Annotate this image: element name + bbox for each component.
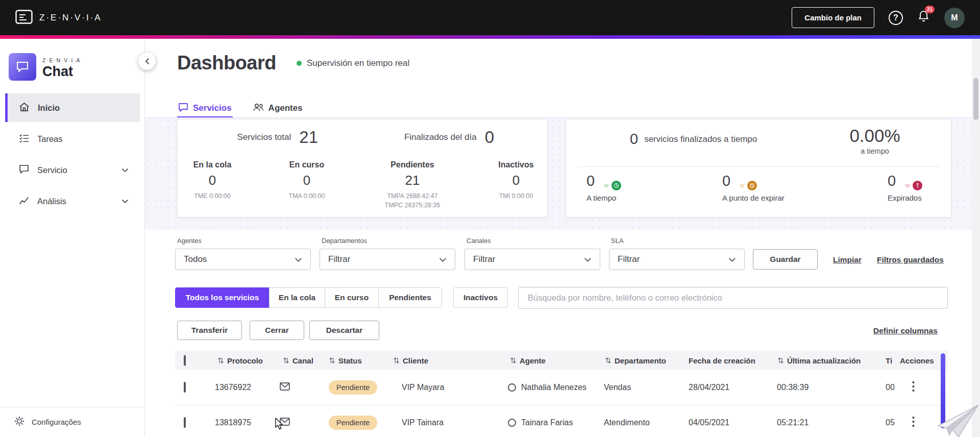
select-all-checkbox[interactable]	[184, 355, 186, 366]
col-header-ultima-actualizacion[interactable]: Última actualización	[778, 356, 861, 365]
agent-status-ring-icon	[508, 419, 516, 427]
col-header-acciones: Acciones	[900, 356, 934, 365]
col-header-label: Agente	[520, 356, 546, 365]
stat-value: 0	[289, 173, 325, 188]
select-value: Todos	[184, 254, 207, 264]
tab-en-curso[interactable]: En curso	[325, 287, 379, 308]
row-checkbox[interactable]	[184, 417, 186, 428]
search-input[interactable]	[518, 287, 948, 309]
finished-today-label: Finalizados del día	[404, 132, 477, 142]
status-badge: Pendiente	[329, 416, 377, 430]
card-divider	[577, 166, 940, 167]
people-icon	[253, 103, 264, 114]
sidebar-item-tareas[interactable]: Tareas	[5, 125, 140, 153]
zenvia-logo: Z·E·N·V·I·A	[15, 10, 102, 26]
channels-filter-select[interactable]: Filtrar	[464, 249, 600, 270]
tab-pendientes[interactable]: Pendientes	[378, 287, 442, 308]
page-scrollbar[interactable]	[972, 39, 980, 437]
col-header-cliente[interactable]: Cliente	[394, 356, 428, 365]
row-actions-kebab-icon[interactable]	[908, 415, 919, 431]
stat-value: 0	[193, 173, 232, 188]
agents-filter-select[interactable]: Todos	[175, 249, 311, 270]
clear-filters-link[interactable]: Limpiar	[833, 255, 862, 264]
sla-filter-select[interactable]: Filtrar	[609, 249, 745, 270]
sidebar-collapse-button[interactable]	[138, 53, 156, 70]
sidebar-item-label: Análisis	[37, 197, 66, 206]
help-icon[interactable]: ?	[889, 11, 903, 25]
finished-on-time: 0 servicios finalizados a tiempo	[630, 131, 757, 148]
stat-sub: TMPA 2688:42:47 TMPC 26375:28:35	[385, 191, 440, 210]
departments-filter-label: Departamentos	[322, 237, 367, 245]
cell-created: 04/05/2021	[689, 418, 729, 427]
page-scrollbar-thumb[interactable]	[973, 78, 978, 120]
change-plan-button[interactable]: Cambio de plan	[792, 7, 874, 28]
define-columns-link[interactable]: Definir columnas	[873, 326, 938, 335]
col-header-fecha-creacion[interactable]: Fecha de creación	[689, 356, 755, 365]
cell-created: 28/04/2021	[689, 383, 729, 392]
col-header-status[interactable]: Status	[329, 356, 362, 365]
chat-bubble-icon	[178, 103, 188, 114]
gear-icon	[14, 416, 24, 428]
chevron-down-icon	[121, 199, 129, 203]
tasks-icon	[19, 134, 29, 144]
col-header-label: Departamento	[615, 356, 666, 365]
cell-protocol: 13818975	[215, 418, 251, 427]
tab-agentes[interactable]: Agentes	[252, 99, 304, 117]
zenvia-logo-icon	[15, 10, 33, 26]
sidebar-item-inicio[interactable]: Inicio	[5, 93, 140, 122]
notification-count-badge: 21	[925, 6, 935, 13]
select-value: Filtrar	[328, 254, 350, 264]
on-time-percent: 0.00% a tiempo	[842, 126, 908, 155]
sidebar: Z·E·N·V·I·A Chat Inicio Tareas Servicio	[0, 39, 145, 437]
live-status-dot	[297, 61, 302, 66]
stat-label: En la cola	[193, 160, 232, 169]
services-total: Servicios total 21	[206, 128, 318, 147]
saved-filters-link[interactable]: Filtros guardados	[877, 255, 944, 264]
tab-en-la-cola[interactable]: En la cola	[269, 287, 325, 308]
sort-icon	[218, 357, 224, 364]
sidebar-footer-divider	[0, 407, 144, 407]
col-header-protocolo[interactable]: Protocolo	[218, 356, 263, 365]
services-summary-card: Servicios total 21 Finalizados del día 0…	[177, 119, 548, 217]
services-total-value: 21	[299, 128, 318, 147]
col-header-tiempo[interactable]: Ti	[886, 356, 892, 365]
live-status-label: Supervisión en tiempo real	[307, 58, 409, 68]
table-header-row: Protocolo Canal Status Cliente Agente	[175, 351, 948, 370]
col-header-agente[interactable]: Agente	[510, 356, 546, 365]
sidebar-item-analisis[interactable]: Análisis	[5, 187, 140, 215]
col-header-label: Status	[338, 356, 362, 365]
dashboard-tabs: Servicios Agentes	[177, 99, 304, 117]
sidebar-item-servicio[interactable]: Servicio	[5, 156, 140, 184]
agent-name: Nathalia Menezes	[521, 383, 586, 392]
cell-department: Atendimento	[604, 418, 650, 427]
departments-filter-select[interactable]: Filtrar	[320, 249, 455, 270]
sort-icon	[510, 357, 516, 364]
product-logo: Z·E·N·V·I·A Chat	[9, 53, 81, 81]
col-header-canal[interactable]: Canal	[283, 356, 313, 365]
tab-servicios[interactable]: Servicios	[177, 99, 233, 117]
sort-icon	[394, 357, 399, 364]
table-row[interactable]: 13676922 Pendiente VIP Mayara Nathalia M…	[175, 370, 948, 405]
transfer-button[interactable]: Transferir	[177, 321, 242, 340]
services-total-label: Servicios total	[237, 132, 291, 142]
save-filters-button[interactable]: Guardar	[753, 249, 818, 270]
notifications-bell-icon[interactable]: 21	[917, 10, 930, 26]
close-button[interactable]: Cerrar	[250, 321, 304, 340]
email-icon	[280, 382, 290, 393]
tab-inactivos[interactable]: Inactivos	[453, 287, 508, 308]
percent-value: 0.00%	[842, 126, 908, 146]
stat-value: 0	[498, 173, 533, 188]
stat-column-inactivos: Inactivos 0 TMI 0:00:00	[498, 160, 533, 201]
service-status-tabs: Todos los servicios En la cola En curso …	[175, 287, 442, 308]
discard-button[interactable]: Descartar	[309, 321, 379, 340]
cell-client: VIP Mayara	[402, 383, 444, 392]
row-actions-kebab-icon[interactable]	[908, 379, 919, 396]
tab-todos-los-servicios[interactable]: Todos los servicios	[175, 287, 270, 308]
mouse-cursor	[274, 418, 285, 432]
table-row[interactable]: 13818975 Pendiente VIP Tainara Tainara F…	[175, 405, 948, 437]
sidebar-item-configuracoes[interactable]: Configurações	[5, 410, 140, 433]
row-checkbox[interactable]	[184, 382, 186, 393]
col-header-departamento[interactable]: Departamento	[605, 356, 666, 365]
agent-name: Tainara Farias	[521, 418, 573, 427]
user-avatar[interactable]: M	[944, 8, 965, 28]
